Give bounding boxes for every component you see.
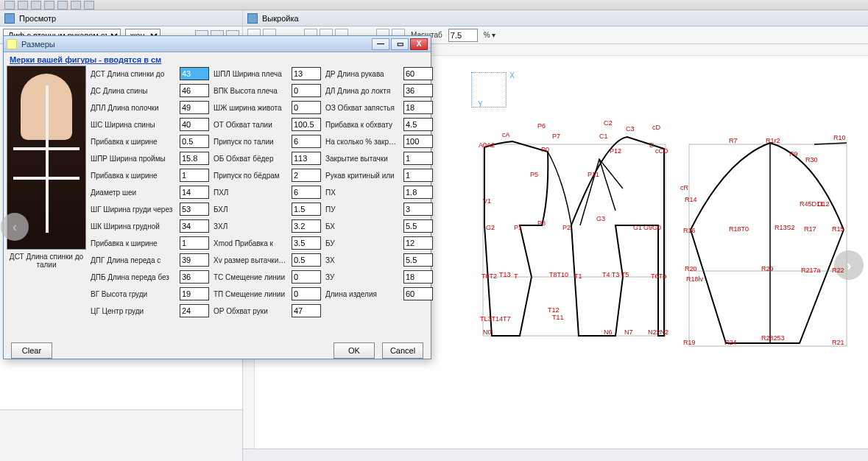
scale-input[interactable] xyxy=(448,29,478,42)
field-input[interactable] xyxy=(403,236,433,250)
min-button[interactable]: — xyxy=(372,38,389,50)
field-input[interactable] xyxy=(292,203,321,216)
field-input[interactable] xyxy=(403,287,433,300)
field-input[interactable] xyxy=(292,253,321,267)
field-input[interactable] xyxy=(403,152,433,165)
field-input[interactable] xyxy=(292,236,321,250)
field-input[interactable] xyxy=(292,67,321,80)
field-input[interactable] xyxy=(403,186,433,199)
field-input[interactable] xyxy=(292,169,321,182)
preview-panel-header: Просмотр xyxy=(0,10,242,27)
field-input[interactable] xyxy=(180,169,209,182)
dialog-help-link[interactable]: Мерки вашей фигуры - вводятся в см xyxy=(4,52,431,66)
point-label: R24 xyxy=(724,339,737,346)
field-input[interactable] xyxy=(180,270,209,284)
field-input[interactable] xyxy=(180,287,209,300)
point-label: R30 xyxy=(805,156,818,163)
point-label: R16 xyxy=(683,227,696,234)
field-input[interactable] xyxy=(180,84,209,97)
dialog-icon xyxy=(7,39,17,49)
field-label: ДСТ Длина спинки до xyxy=(91,70,175,78)
field-label: ОЗ Обхват запястья xyxy=(325,104,399,112)
point-label: T13 xyxy=(499,271,511,278)
field-input[interactable] xyxy=(292,270,321,284)
point-label: P11 xyxy=(588,171,599,178)
cancel-button[interactable]: Cancel xyxy=(382,342,423,359)
measurements-dialog: Размеры — ▭ X Мерки вашей фигуры - вводя… xyxy=(3,35,431,359)
field-label: ОТ Обхват талии xyxy=(214,121,287,129)
field-input[interactable] xyxy=(180,219,209,233)
field-input[interactable] xyxy=(180,186,209,199)
app-top-toolbar xyxy=(0,0,868,10)
tool-icon[interactable] xyxy=(84,1,94,10)
point-label: D xyxy=(649,141,654,149)
close-button[interactable]: X xyxy=(410,38,428,50)
field-label: ВГ Высота груди xyxy=(91,290,175,298)
tool-icon[interactable] xyxy=(57,1,68,10)
field-input[interactable] xyxy=(180,67,209,80)
field-label: ШПЛ Ширина плеча xyxy=(214,70,287,78)
point-label: R10 xyxy=(833,134,846,141)
field-input[interactable] xyxy=(292,84,321,97)
field-input[interactable] xyxy=(403,169,433,182)
field-input[interactable] xyxy=(292,118,321,131)
field-input[interactable] xyxy=(292,304,321,317)
field-input[interactable] xyxy=(403,118,433,131)
field-input[interactable] xyxy=(180,236,209,250)
field-input[interactable] xyxy=(292,101,321,114)
nav-left-button[interactable]: ‹ xyxy=(1,213,29,241)
field-label: Диаметр шеи xyxy=(91,189,175,197)
field-input[interactable] xyxy=(292,287,321,300)
field-input[interactable] xyxy=(180,101,209,114)
field-label: БХ xyxy=(325,222,399,230)
field-label: ОБ Обхват бёдер xyxy=(214,155,287,163)
measurements-grid: ДСТ Длина спинки доШПЛ Ширина плечаДР Дл… xyxy=(86,66,433,337)
ok-button[interactable]: OK xyxy=(334,342,375,359)
field-label: Припуск по бёдрам xyxy=(214,172,287,180)
field-input[interactable] xyxy=(403,219,433,233)
nav-right-button[interactable]: › xyxy=(834,250,864,280)
field-input[interactable] xyxy=(403,270,433,284)
field-input[interactable] xyxy=(292,219,321,233)
dialog-titlebar[interactable]: Размеры — ▭ X xyxy=(4,36,431,52)
tool-icon[interactable] xyxy=(31,1,41,10)
field-input[interactable] xyxy=(403,203,433,216)
tool-icon[interactable] xyxy=(44,1,54,10)
field-input[interactable] xyxy=(180,152,209,165)
field-input[interactable] xyxy=(403,253,433,267)
field-input[interactable] xyxy=(403,84,433,97)
clear-button[interactable]: Clear xyxy=(11,342,52,359)
field-input[interactable] xyxy=(180,304,209,317)
point-label: R13S2 xyxy=(775,224,795,231)
field-label: ШС Ширина спины xyxy=(91,121,175,129)
scale-unit[interactable]: % ▾ xyxy=(484,31,496,39)
point-label: R18T0 xyxy=(729,225,749,233)
field-input[interactable] xyxy=(180,253,209,267)
field-input[interactable] xyxy=(180,135,209,148)
field-input[interactable] xyxy=(180,203,209,216)
tool-icon[interactable] xyxy=(71,1,81,10)
point-label: C1 xyxy=(599,133,608,140)
horizontal-scrollbar[interactable] xyxy=(243,448,868,461)
point-label: R1r2 xyxy=(766,137,780,144)
field-input[interactable] xyxy=(292,186,321,199)
field-input[interactable] xyxy=(403,135,433,148)
point-label: T8T10 xyxy=(549,271,568,278)
tool-icon[interactable] xyxy=(4,1,15,10)
thumbnail-strip[interactable] xyxy=(0,409,242,461)
point-label: P6 xyxy=(537,122,546,130)
field-input[interactable] xyxy=(292,135,321,148)
field-label: БХЛ xyxy=(214,205,287,214)
max-button[interactable]: ▭ xyxy=(391,38,409,50)
field-label: Прибавка к ширине xyxy=(91,239,175,247)
dialog-title: Размеры xyxy=(21,40,55,49)
point-label: TL3T14T7 xyxy=(480,315,511,323)
field-label: ПУ xyxy=(325,205,399,214)
field-input[interactable] xyxy=(180,118,209,131)
field-input[interactable] xyxy=(292,152,321,165)
field-input[interactable] xyxy=(403,101,433,114)
tool-icon[interactable] xyxy=(18,1,28,10)
point-label: R7 xyxy=(729,137,738,144)
field-label: БУ xyxy=(325,239,399,247)
field-input[interactable] xyxy=(403,67,433,80)
